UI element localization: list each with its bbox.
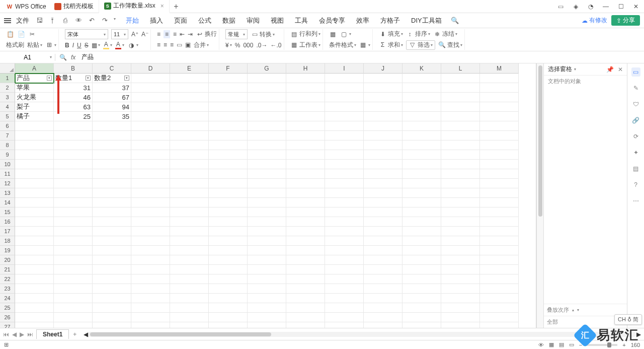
cell[interactable] [480, 160, 519, 169]
modified-indicator[interactable]: ☁ 有修改 [582, 16, 607, 25]
cell[interactable] [248, 265, 286, 274]
cell[interactable] [131, 74, 170, 83]
cell[interactable] [480, 236, 519, 246]
cell[interactable] [54, 207, 93, 217]
cell[interactable] [170, 294, 209, 303]
cell[interactable]: 橘子 [15, 112, 54, 121]
row-header[interactable]: 26 [0, 313, 15, 322]
cell[interactable] [93, 198, 131, 207]
cell[interactable] [286, 169, 325, 179]
cell[interactable] [441, 274, 480, 284]
cell[interactable] [403, 255, 441, 265]
dec-dec-button[interactable]: ←.0 [270, 42, 281, 49]
cell[interactable] [15, 188, 54, 198]
cell[interactable] [364, 255, 403, 265]
cell[interactable] [286, 131, 325, 141]
cell[interactable] [170, 169, 209, 179]
cell[interactable] [131, 303, 170, 313]
cell[interactable] [325, 246, 364, 255]
cell[interactable] [248, 74, 286, 83]
cell[interactable] [286, 93, 325, 102]
cell[interactable] [480, 227, 519, 236]
row-header[interactable]: 12 [0, 179, 15, 188]
cell[interactable] [209, 322, 248, 328]
menu-tab-数据[interactable]: 数据 [222, 16, 235, 25]
cell[interactable] [131, 207, 170, 217]
menu-tab-工具[interactable]: 工具 [295, 16, 308, 25]
cell[interactable] [403, 274, 441, 284]
table-button[interactable]: ▦ [329, 30, 337, 38]
cell[interactable] [93, 160, 131, 169]
cell[interactable] [403, 188, 441, 198]
cell[interactable] [403, 303, 441, 313]
cell[interactable] [15, 179, 54, 188]
cell[interactable] [209, 121, 248, 131]
cell[interactable] [54, 198, 93, 207]
merge-center-button[interactable]: ▣ [185, 41, 191, 48]
cell[interactable]: 火龙果 [15, 93, 54, 102]
cell[interactable] [441, 207, 480, 217]
cell[interactable] [15, 246, 54, 255]
align-left-button[interactable]: ≡ [157, 41, 160, 48]
cell[interactable] [93, 179, 131, 188]
cell[interactable] [209, 246, 248, 255]
cell[interactable] [364, 150, 403, 160]
cell[interactable] [54, 294, 93, 303]
col-header[interactable]: J [364, 63, 403, 74]
indent-dec-button[interactable]: ⇤ [180, 31, 185, 38]
menu-tab-DIY工具箱[interactable]: DIY工具箱 [411, 16, 442, 25]
cell[interactable] [403, 294, 441, 303]
cell[interactable] [364, 83, 403, 93]
cell[interactable] [364, 131, 403, 141]
cell[interactable] [480, 131, 519, 141]
cell[interactable] [480, 255, 519, 265]
cell[interactable] [170, 255, 209, 265]
view-normal-icon[interactable]: ▦ [549, 341, 554, 348]
cell[interactable] [170, 102, 209, 112]
cell[interactable] [286, 284, 325, 294]
cell[interactable] [286, 102, 325, 112]
cell[interactable] [325, 227, 364, 236]
cell[interactable] [209, 274, 248, 284]
pane-sort-down-icon[interactable]: ▾ [577, 308, 579, 312]
name-box[interactable]: ▾ [0, 54, 55, 61]
redo-icon[interactable]: ↷ [101, 17, 109, 25]
italic-button[interactable]: I [72, 42, 74, 49]
align-middle-button[interactable]: ≡ [164, 30, 170, 38]
cell[interactable] [54, 227, 93, 236]
cell[interactable] [248, 236, 286, 246]
pane-pin-icon[interactable]: 📌 [606, 66, 614, 73]
bold-button[interactable]: B [65, 42, 69, 49]
align-bottom-button[interactable]: ≡ [173, 31, 177, 38]
cell[interactable] [441, 141, 480, 150]
cell[interactable] [93, 322, 131, 328]
cell[interactable] [325, 74, 364, 83]
row-header[interactable]: 23 [0, 284, 15, 294]
cell[interactable] [480, 198, 519, 207]
sidebar-link-icon[interactable]: 🔗 [631, 116, 640, 125]
sheet-tab[interactable]: Sheet1 [36, 329, 69, 339]
col-header[interactable]: C [93, 63, 131, 74]
cell[interactable]: 梨子 [15, 102, 54, 112]
font-color-button[interactable]: A▾ [115, 41, 124, 49]
cell[interactable] [286, 207, 325, 217]
row-header[interactable]: 24 [0, 294, 15, 303]
cell[interactable] [325, 207, 364, 217]
cell[interactable] [15, 274, 54, 284]
sheet-last-icon[interactable]: ⏭ [26, 331, 34, 338]
share-button[interactable]: ⇪ 分享 [611, 15, 640, 26]
cell-style-button[interactable]: ▢▾ [340, 30, 351, 38]
search-icon[interactable]: 🔍 [451, 17, 459, 25]
sheet-next-icon[interactable]: ▶ [19, 331, 25, 338]
cell[interactable] [364, 141, 403, 150]
cell[interactable] [54, 274, 93, 284]
cell[interactable] [131, 227, 170, 236]
col-header[interactable]: L [441, 63, 480, 74]
cell[interactable] [248, 246, 286, 255]
row-header[interactable]: 17 [0, 227, 15, 236]
cell[interactable] [131, 255, 170, 265]
cell[interactable] [325, 255, 364, 265]
menu-icon[interactable] [4, 18, 11, 23]
cell[interactable] [403, 227, 441, 236]
menu-tab-页面[interactable]: 页面 [174, 16, 187, 25]
